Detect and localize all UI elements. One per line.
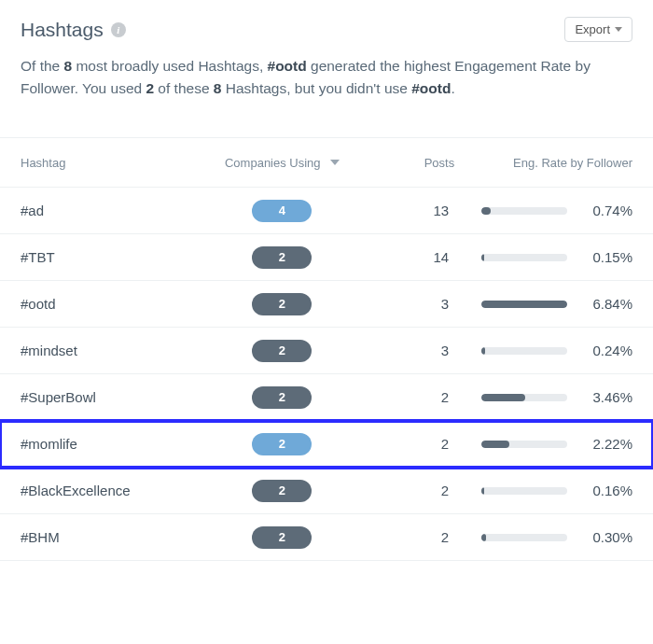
sort-desc-icon	[330, 160, 340, 165]
eng-bar	[481, 207, 567, 215]
cell-hashtag: #momlife	[21, 436, 210, 452]
col-eng-rate[interactable]: Eng. Rate by Follower	[454, 156, 632, 170]
cell-hashtag: #ootd	[21, 296, 210, 312]
cell-hashtag: #ad	[21, 203, 210, 218]
companies-pill: 2	[252, 433, 312, 455]
cell-companies: 2	[210, 246, 354, 269]
card-header: Hashtags i Export	[21, 17, 632, 42]
cell-eng-rate: 0.74%	[454, 203, 632, 218]
cell-eng-rate: 0.16%	[454, 483, 632, 498]
companies-pill: 2	[252, 246, 312, 269]
cell-hashtag: #TBT	[21, 249, 210, 265]
summary-text: Of the 8 most broadly used Hashtags, #oo…	[21, 55, 632, 100]
cell-eng-rate: 0.24%	[454, 343, 632, 358]
companies-pill: 2	[252, 293, 312, 315]
eng-bar-fill	[481, 301, 567, 308]
export-button[interactable]: Export	[564, 17, 632, 42]
title-text: Hashtags	[21, 19, 104, 41]
cell-hashtag: #mindset	[21, 343, 210, 358]
table-row[interactable]: #TBT2140.15%	[0, 234, 653, 281]
companies-pill: 2	[252, 340, 312, 362]
cell-posts: 2	[354, 529, 454, 545]
eng-bar-fill	[481, 207, 491, 215]
eng-bar	[481, 347, 567, 355]
cell-hashtag: #BHM	[21, 529, 210, 545]
cell-eng-rate: 0.15%	[454, 249, 632, 265]
table-row[interactable]: #BlackExcellence220.16%	[0, 468, 653, 514]
summary-bold: 8	[64, 58, 73, 74]
chevron-down-icon	[615, 27, 622, 32]
cell-posts: 3	[354, 343, 454, 358]
eng-bar-fill	[481, 487, 484, 495]
eng-value: 0.16%	[580, 483, 632, 498]
col-companies-using[interactable]: Companies Using	[210, 156, 354, 170]
summary-frag: .	[451, 80, 454, 96]
eng-bar	[481, 254, 567, 261]
eng-value: 0.30%	[580, 529, 632, 545]
eng-value: 0.24%	[580, 343, 632, 358]
cell-companies: 4	[210, 200, 354, 222]
table-row[interactable]: #ad4130.74%	[0, 188, 653, 234]
cell-companies: 2	[210, 433, 354, 455]
eng-bar-fill	[481, 534, 486, 541]
cell-eng-rate: 6.84%	[454, 296, 632, 312]
cell-posts: 2	[354, 436, 454, 452]
eng-bar-fill	[481, 394, 525, 401]
eng-value: 6.84%	[580, 296, 632, 312]
info-icon[interactable]: i	[111, 22, 126, 37]
hashtags-table: Hashtag Companies Using Posts Eng. Rate …	[0, 137, 653, 561]
cell-companies: 2	[210, 293, 354, 315]
eng-bar	[481, 534, 567, 541]
eng-value: 0.15%	[580, 249, 632, 265]
table-row[interactable]: #mindset230.24%	[0, 328, 653, 374]
eng-bar	[481, 394, 567, 401]
summary-frag: most broadly used Hashtags,	[72, 58, 267, 74]
summary-frag: Hashtags, but you didn't use	[221, 80, 411, 96]
eng-value: 3.46%	[580, 389, 632, 405]
col-hashtag[interactable]: Hashtag	[21, 156, 210, 170]
cell-companies: 2	[210, 340, 354, 362]
table-row[interactable]: #SuperBowl223.46%	[0, 374, 653, 421]
table-row[interactable]: #momlife222.22%	[0, 421, 653, 468]
cell-hashtag: #SuperBowl	[21, 389, 210, 405]
summary-frag: of these	[154, 80, 214, 96]
cell-posts: 2	[354, 483, 454, 498]
eng-value: 0.74%	[580, 203, 632, 218]
cell-companies: 2	[210, 526, 354, 549]
summary-bold: #ootd	[411, 80, 451, 96]
summary-frag: Of the	[21, 58, 64, 74]
companies-pill: 2	[252, 386, 312, 409]
eng-value: 2.22%	[580, 436, 632, 452]
eng-bar-fill	[481, 441, 509, 448]
cell-posts: 3	[354, 296, 454, 312]
eng-bar	[481, 487, 567, 495]
table-row[interactable]: #BHM220.30%	[0, 514, 653, 561]
eng-bar-fill	[481, 254, 484, 261]
cell-hashtag: #BlackExcellence	[21, 483, 210, 498]
export-label: Export	[575, 22, 610, 36]
summary-bold: 2	[146, 80, 154, 96]
cell-posts: 13	[354, 203, 454, 218]
eng-bar	[481, 301, 567, 308]
cell-eng-rate: 2.22%	[454, 436, 632, 452]
col-posts[interactable]: Posts	[354, 156, 454, 170]
cell-eng-rate: 3.46%	[454, 389, 632, 405]
table-header-row: Hashtag Companies Using Posts Eng. Rate …	[0, 137, 653, 188]
cell-companies: 2	[210, 386, 354, 409]
cell-posts: 14	[354, 249, 454, 265]
eng-bar	[481, 441, 567, 448]
companies-pill: 2	[252, 526, 312, 549]
page-title: Hashtags i	[21, 19, 126, 41]
companies-pill: 4	[252, 200, 312, 222]
summary-bold: #ootd	[268, 58, 307, 74]
eng-bar-fill	[481, 347, 485, 355]
cell-companies: 2	[210, 480, 354, 502]
cell-posts: 2	[354, 389, 454, 405]
cell-eng-rate: 0.30%	[454, 529, 632, 545]
table-row[interactable]: #ootd236.84%	[0, 281, 653, 328]
companies-pill: 2	[252, 480, 312, 502]
